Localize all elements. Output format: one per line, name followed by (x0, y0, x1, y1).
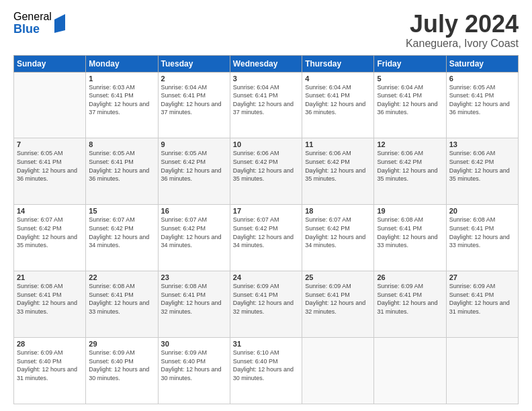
calendar-cell (14, 72, 86, 138)
day-number: 18 (305, 207, 371, 215)
calendar-cell: 28Sunrise: 6:09 AMSunset: 6:40 PMDayligh… (14, 338, 86, 404)
day-info: Sunrise: 6:05 AMSunset: 6:42 PMDaylight:… (161, 149, 227, 183)
logo: General Blue (13, 11, 66, 36)
day-number: 27 (449, 273, 515, 281)
day-number: 5 (377, 75, 443, 83)
day-info: Sunrise: 6:05 AMSunset: 6:41 PMDaylight:… (449, 83, 515, 117)
day-number: 19 (377, 207, 443, 215)
day-number: 22 (89, 273, 154, 281)
day-number: 29 (89, 340, 154, 348)
calendar-cell: 1Sunrise: 6:03 AMSunset: 6:41 PMDaylight… (86, 72, 158, 138)
day-info: Sunrise: 6:09 AMSunset: 6:41 PMDaylight:… (377, 282, 443, 316)
calendar-week-0: 1Sunrise: 6:03 AMSunset: 6:41 PMDaylight… (14, 72, 519, 138)
day-info: Sunrise: 6:10 AMSunset: 6:40 PMDaylight:… (233, 349, 299, 382)
calendar-header-wednesday: Wednesday (230, 55, 302, 72)
day-info: Sunrise: 6:07 AMSunset: 6:42 PMDaylight:… (161, 216, 227, 249)
calendar-cell: 17Sunrise: 6:07 AMSunset: 6:42 PMDayligh… (230, 205, 302, 271)
day-info: Sunrise: 6:07 AMSunset: 6:42 PMDaylight:… (233, 216, 299, 249)
day-number: 11 (305, 140, 371, 148)
day-number: 28 (17, 340, 83, 348)
calendar-cell: 5Sunrise: 6:04 AMSunset: 6:41 PMDaylight… (374, 72, 446, 138)
day-info: Sunrise: 6:06 AMSunset: 6:42 PMDaylight:… (233, 149, 299, 183)
day-info: Sunrise: 6:03 AMSunset: 6:41 PMDaylight:… (89, 83, 154, 117)
day-info: Sunrise: 6:04 AMSunset: 6:41 PMDaylight:… (377, 83, 443, 117)
calendar-cell (446, 338, 518, 404)
title-block: July 2024 Kaneguera, Ivory Coast (406, 11, 519, 50)
calendar-cell: 8Sunrise: 6:05 AMSunset: 6:41 PMDaylight… (86, 138, 158, 205)
calendar-cell: 4Sunrise: 6:04 AMSunset: 6:41 PMDaylight… (302, 72, 374, 138)
calendar-cell: 27Sunrise: 6:09 AMSunset: 6:41 PMDayligh… (446, 271, 518, 338)
calendar-cell: 29Sunrise: 6:09 AMSunset: 6:40 PMDayligh… (86, 338, 158, 404)
day-number: 17 (233, 207, 299, 215)
day-number: 26 (377, 273, 443, 281)
calendar-cell: 12Sunrise: 6:06 AMSunset: 6:42 PMDayligh… (374, 138, 446, 205)
day-info: Sunrise: 6:04 AMSunset: 6:41 PMDaylight:… (305, 83, 371, 117)
calendar-cell: 14Sunrise: 6:07 AMSunset: 6:42 PMDayligh… (14, 205, 86, 271)
day-info: Sunrise: 6:09 AMSunset: 6:40 PMDaylight:… (161, 349, 227, 382)
calendar-cell: 20Sunrise: 6:08 AMSunset: 6:41 PMDayligh… (446, 205, 518, 271)
day-number: 15 (89, 207, 154, 215)
calendar-cell: 24Sunrise: 6:09 AMSunset: 6:41 PMDayligh… (230, 271, 302, 338)
calendar-week-2: 14Sunrise: 6:07 AMSunset: 6:42 PMDayligh… (14, 205, 519, 271)
day-number: 24 (233, 273, 299, 281)
calendar-table: SundayMondayTuesdayWednesdayThursdayFrid… (13, 55, 519, 404)
calendar-header-thursday: Thursday (302, 55, 374, 72)
page: General Blue July 2024 Kaneguera, Ivory … (0, 0, 532, 411)
day-info: Sunrise: 6:09 AMSunset: 6:40 PMDaylight:… (17, 349, 83, 382)
day-number: 2 (161, 75, 227, 83)
calendar-cell: 15Sunrise: 6:07 AMSunset: 6:42 PMDayligh… (86, 205, 158, 271)
calendar-cell: 11Sunrise: 6:06 AMSunset: 6:42 PMDayligh… (302, 138, 374, 205)
calendar-cell (374, 338, 446, 404)
day-info: Sunrise: 6:05 AMSunset: 6:41 PMDaylight:… (89, 149, 154, 183)
calendar-cell: 16Sunrise: 6:07 AMSunset: 6:42 PMDayligh… (158, 205, 230, 271)
calendar-header-monday: Monday (86, 55, 158, 72)
day-info: Sunrise: 6:04 AMSunset: 6:41 PMDaylight:… (161, 83, 227, 117)
day-number: 23 (161, 273, 227, 281)
day-number: 12 (377, 140, 443, 148)
day-info: Sunrise: 6:09 AMSunset: 6:41 PMDaylight:… (233, 282, 299, 316)
day-number: 25 (305, 273, 371, 281)
day-number: 21 (17, 273, 83, 281)
calendar-cell: 25Sunrise: 6:09 AMSunset: 6:41 PMDayligh… (302, 271, 374, 338)
calendar-header-friday: Friday (374, 55, 446, 72)
calendar-cell: 2Sunrise: 6:04 AMSunset: 6:41 PMDaylight… (158, 72, 230, 138)
calendar-week-4: 28Sunrise: 6:09 AMSunset: 6:40 PMDayligh… (14, 338, 519, 404)
day-info: Sunrise: 6:08 AMSunset: 6:41 PMDaylight:… (17, 282, 83, 316)
day-number: 1 (89, 75, 154, 83)
day-number: 3 (233, 75, 299, 83)
day-number: 6 (449, 75, 515, 83)
calendar-week-3: 21Sunrise: 6:08 AMSunset: 6:41 PMDayligh… (14, 271, 519, 338)
day-info: Sunrise: 6:09 AMSunset: 6:41 PMDaylight:… (305, 282, 371, 316)
day-number: 7 (17, 140, 83, 148)
day-info: Sunrise: 6:09 AMSunset: 6:41 PMDaylight:… (449, 282, 515, 316)
day-info: Sunrise: 6:08 AMSunset: 6:41 PMDaylight:… (377, 216, 443, 249)
day-number: 16 (161, 207, 227, 215)
calendar-cell: 26Sunrise: 6:09 AMSunset: 6:41 PMDayligh… (374, 271, 446, 338)
day-info: Sunrise: 6:08 AMSunset: 6:41 PMDaylight:… (161, 282, 227, 316)
calendar-header-row: SundayMondayTuesdayWednesdayThursdayFrid… (14, 55, 519, 72)
calendar-header-saturday: Saturday (446, 55, 518, 72)
day-number: 8 (89, 140, 154, 148)
calendar-header-sunday: Sunday (14, 55, 86, 72)
day-info: Sunrise: 6:08 AMSunset: 6:41 PMDaylight:… (449, 216, 515, 249)
calendar-cell (302, 338, 374, 404)
calendar-header-tuesday: Tuesday (158, 55, 230, 72)
calendar-cell: 9Sunrise: 6:05 AMSunset: 6:42 PMDaylight… (158, 138, 230, 205)
day-number: 31 (233, 340, 299, 348)
day-info: Sunrise: 6:06 AMSunset: 6:42 PMDaylight:… (449, 149, 515, 183)
day-info: Sunrise: 6:04 AMSunset: 6:41 PMDaylight:… (233, 83, 299, 117)
calendar-cell: 13Sunrise: 6:06 AMSunset: 6:42 PMDayligh… (446, 138, 518, 205)
day-info: Sunrise: 6:05 AMSunset: 6:41 PMDaylight:… (17, 149, 83, 183)
calendar-cell: 31Sunrise: 6:10 AMSunset: 6:40 PMDayligh… (230, 338, 302, 404)
day-number: 14 (17, 207, 83, 215)
day-info: Sunrise: 6:06 AMSunset: 6:42 PMDaylight:… (377, 149, 443, 183)
day-info: Sunrise: 6:07 AMSunset: 6:42 PMDaylight:… (89, 216, 154, 249)
logo-general: General (13, 11, 52, 23)
calendar-cell: 22Sunrise: 6:08 AMSunset: 6:41 PMDayligh… (86, 271, 158, 338)
day-number: 30 (161, 340, 227, 348)
calendar-cell: 19Sunrise: 6:08 AMSunset: 6:41 PMDayligh… (374, 205, 446, 271)
calendar-cell: 21Sunrise: 6:08 AMSunset: 6:41 PMDayligh… (14, 271, 86, 338)
calendar-cell: 18Sunrise: 6:07 AMSunset: 6:42 PMDayligh… (302, 205, 374, 271)
day-number: 13 (449, 140, 515, 148)
calendar-cell: 3Sunrise: 6:04 AMSunset: 6:41 PMDaylight… (230, 72, 302, 138)
